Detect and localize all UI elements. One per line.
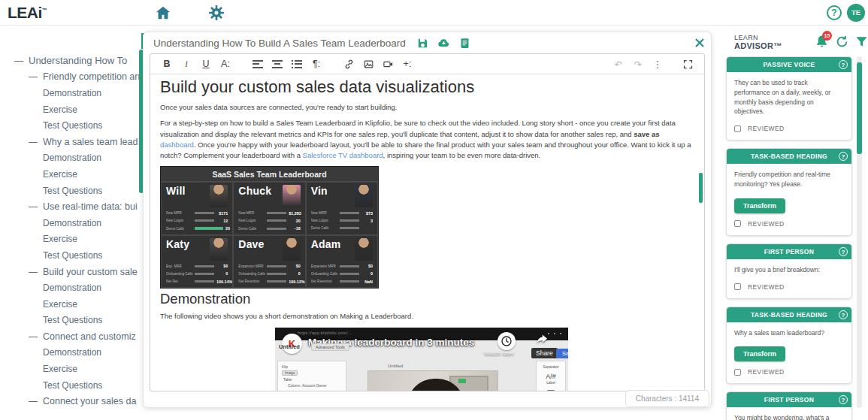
fullscreen-button[interactable] [678,56,697,72]
outline-item-label: Connect and customiz [43,331,136,342]
home-button[interactable] [155,5,171,21]
clock-icon [501,335,513,347]
recording-tree-item: Table [282,377,346,384]
italic-button[interactable]: i [177,56,196,72]
outline-item-label: Test Questions [43,250,102,261]
outline-item-label: Exercise [43,234,77,244]
paragraph-button[interactable]: ¶: [307,56,326,72]
insert-video-button[interactable] [378,56,398,72]
collapse-icon[interactable]: — [14,56,23,66]
collapse-icon[interactable]: — [29,71,38,82]
video-player[interactable]: https://app.klipfolio.com/... K Making a… [275,328,568,391]
outline-item[interactable]: —Build your custom sale [0,264,144,280]
settings-button[interactable] [208,5,225,21]
collapse-icon[interactable]: — [29,267,38,277]
document-title: Understanding How To Build A Sales Team … [153,38,406,49]
recording-tree-item: Column: MRR [282,390,346,391]
outline-item[interactable]: —Connect and customiz [0,328,144,345]
outline-item[interactable]: Exercise [0,166,144,183]
text-style-button[interactable]: A: [216,56,235,72]
save-button[interactable] [416,37,429,50]
leaderboard-image-title: SaaS Sales Team Leaderboard [161,167,378,182]
card-help-icon[interactable]: ? [839,60,848,69]
reviewed-checkbox[interactable] [734,283,741,290]
card-help-icon[interactable]: ? [839,152,848,161]
leaderboard-metric-row: Net RetentionNaN [311,279,373,284]
dashboard-link[interactable]: dashboard [160,141,194,149]
collapse-icon[interactable]: — [29,331,38,342]
user-avatar[interactable]: TE [847,4,865,22]
outline-item[interactable]: Test Questions [0,183,144,199]
download-button[interactable] [437,37,450,50]
insert-image-button[interactable] [358,56,378,72]
transform-button[interactable]: Transform [734,346,785,361]
salesforce-tv-dashboard-link[interactable]: Salesforce TV dashboard [303,151,383,159]
collapse-icon[interactable]: — [29,137,38,147]
card-help-icon[interactable]: ? [839,395,848,404]
insert-link-button[interactable] [339,56,358,72]
metric-value: $1,283 [289,211,301,216]
outline-item[interactable]: Test Questions [0,313,144,329]
outline-item[interactable]: —Use real-time data: bui [0,198,144,215]
filter-button[interactable] [854,35,868,49]
refresh-button[interactable] [835,35,849,49]
reviewed-checkbox[interactable] [734,125,741,132]
ordered-list-button[interactable] [287,56,307,72]
reviewed-checkbox[interactable] [734,220,741,227]
outline-item[interactable]: —Friendly competition an [0,69,144,86]
redo-button[interactable]: ↷ [628,56,648,72]
report-button[interactable] [458,37,471,50]
metric-label: Expansion MRR [311,264,340,268]
outline-item[interactable]: Demonstration [0,345,144,361]
outline-item[interactable]: —Why a sales team lead [0,134,144,150]
outline-item[interactable]: Exercise [0,296,144,313]
collapse-icon[interactable]: — [29,396,38,406]
editor-scrollbar[interactable] [699,173,703,203]
share-button[interactable] [534,332,550,346]
more-options-button[interactable]: ⋮ [648,56,667,72]
outline-item[interactable]: Demonstration [0,279,144,296]
card-help-icon[interactable]: ? [839,247,848,256]
outline-item[interactable]: Test Questions [0,117,144,134]
metric-label: New Logos [311,219,340,222]
undo-button[interactable]: ↶ [609,56,628,72]
bold-text: save as [634,130,659,138]
outline-item[interactable]: —Connect your sales da [0,393,144,409]
document-content[interactable]: Build your custom sales data visualizati… [150,74,704,391]
component-anum: A/# [537,373,565,380]
outline-item[interactable]: Demonstration [0,215,144,231]
outline-item[interactable]: Demonstration [0,85,144,101]
metric-label: New Logos [238,219,267,222]
outline-item[interactable]: Test Questions [0,377,144,394]
save-chip[interactable]: Save [556,349,568,358]
reviewed-row: REVIEWED [727,119,851,140]
reviewed-checkbox[interactable] [734,369,741,376]
outline-item[interactable]: Exercise [0,231,144,248]
card-help-icon[interactable]: ? [839,310,848,319]
close-button[interactable] [692,35,707,50]
trademark: ™ [42,8,47,13]
leaderboard-metric-row: New Logos20 [238,219,300,223]
outline-item[interactable]: Exercise [0,361,144,377]
outline-item[interactable]: Demonstration [0,150,144,167]
help-button[interactable]: ? [827,5,842,20]
collapse-icon[interactable]: — [29,201,38,212]
bold-button[interactable]: B [157,56,177,72]
advisor-scrollbar[interactable] [857,62,862,154]
align-left-button[interactable] [248,56,268,72]
insert-more-button[interactable]: +: [398,56,417,72]
leaderboard-metric-row: Expansion MRR$0 [311,264,373,268]
align-left-icon [253,60,263,68]
filter-icon [854,35,868,49]
outline-item[interactable]: —Understanding How To [0,53,144,69]
underline-button[interactable]: U [196,56,216,72]
leaderboard-image[interactable]: SaaS Sales Team Leaderboard WillNew MRR$… [160,166,379,289]
outline-item[interactable]: Test Questions [0,247,144,264]
watch-later-button[interactable] [498,332,516,350]
advisor-card-title: TASK-BASED HEADING [751,311,827,319]
align-center-button[interactable] [268,56,287,72]
outline-item[interactable]: Exercise [0,101,144,118]
notifications-button[interactable]: 15 [815,35,829,49]
advisor-scrollbar-track[interactable] [857,56,862,408]
transform-button[interactable]: Transform [734,198,785,213]
